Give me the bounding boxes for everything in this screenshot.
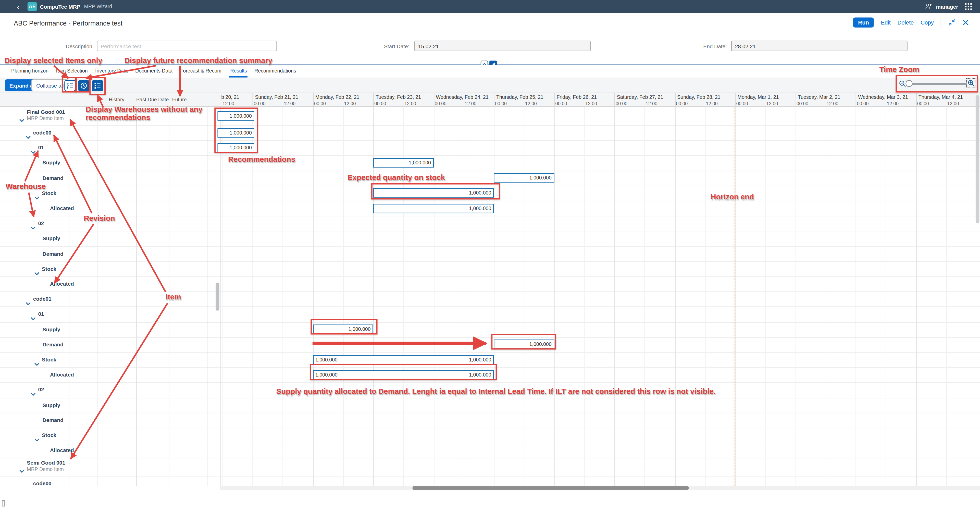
timeline-tick: 12:00 [223, 101, 234, 106]
end-date-input[interactable] [731, 41, 908, 51]
tree-row-supply[interactable]: Supply [0, 397, 207, 413]
tree-row-subtitle: MRP Demo Item [27, 116, 64, 121]
app-name: CompuTec MRP [40, 3, 80, 10]
timeline-tick: 12:00 [404, 101, 416, 106]
timeline-day-label: Saturday, Feb 27, 21 [617, 94, 663, 100]
chevron-down-icon[interactable] [25, 482, 30, 486]
page-corner-mark [2, 500, 5, 506]
timeline-tick: 12:00 [525, 101, 537, 106]
back-icon[interactable]: ‹ [17, 3, 19, 10]
tree-row-demand[interactable]: Demand [0, 413, 207, 428]
app-launcher-icon[interactable] [965, 3, 972, 10]
tree-row-allocated[interactable]: Allocated [0, 201, 207, 216]
start-date-input[interactable] [414, 41, 591, 51]
anno-revision: Revision [84, 214, 115, 223]
collapse-window-icon[interactable] [948, 19, 956, 26]
tree-row-semi-good-001[interactable]: Semi Good 001MRP Demo Item [0, 458, 207, 476]
tree-scrollbar-thumb[interactable] [216, 282, 220, 311]
annotation-highlight-box [62, 77, 76, 93]
timeline-day-label: Tuesday, Mar 2, 21 [798, 94, 840, 100]
timeline-tick: 00:00 [857, 101, 869, 106]
timeline-day-label: Sunday, Feb 21, 21 [255, 94, 298, 100]
timeline-tick: 12:00 [646, 101, 657, 106]
tree-row-supply[interactable]: Supply [0, 322, 207, 337]
tree-row-allocated[interactable]: Allocated [0, 367, 207, 382]
tab-forecast-recom-[interactable]: Forecast & Recom. [179, 65, 223, 78]
anno-display-warehouses: Display Warehouses without any recommend… [86, 106, 208, 122]
tree-row-01[interactable]: 01 [0, 306, 207, 322]
tree-row-stock[interactable]: Stock [0, 352, 207, 367]
timeline-day-label: Wednesday, Mar 3, 21 [858, 94, 908, 100]
timeline-day-label: Thursday, Mar 4, 21 [918, 94, 963, 100]
delete-button[interactable]: Delete [897, 19, 914, 26]
annotation-highlight-box [896, 75, 978, 93]
close-icon[interactable] [963, 19, 969, 26]
tab-strip: Planning horizonItem SelectionInventory … [0, 65, 980, 78]
tree-row-demand[interactable]: Demand [0, 246, 207, 261]
tree-row-allocated[interactable]: Allocated [0, 276, 207, 292]
bar-value: 1,000.000 [530, 175, 552, 181]
description-input[interactable] [97, 41, 277, 51]
tree-row-code00[interactable]: code00 [0, 476, 207, 486]
anno-recommendations: Recommendations [228, 155, 295, 164]
tree-row-stock[interactable]: Stock [0, 428, 207, 443]
anno-display-future-summary: Display future recommendation summary [124, 56, 272, 65]
timeline-tick: 12:00 [887, 101, 899, 106]
tree-row-demand[interactable]: Demand [0, 337, 207, 352]
vertical-scrollbar-thumb[interactable] [976, 95, 980, 223]
user-icon [924, 3, 932, 10]
anno-expected-qty: Expected quantity on stock [347, 173, 445, 182]
app-subtitle: MRP Wizard [84, 4, 112, 10]
annotation-highlight-box [371, 183, 500, 199]
tab-recommendations[interactable]: Recommendations [254, 65, 297, 78]
run-button[interactable]: Run [853, 18, 874, 27]
results-grid: Final Good 001MRP Demo Itemcode0001Suppl… [0, 107, 980, 486]
tab-planning-horizon[interactable]: Planning horizon [11, 65, 49, 78]
tab-inventory-data[interactable]: Inventory Data [95, 65, 128, 78]
bar-value-left: 1,000.000 [315, 357, 337, 362]
timeline-tick: 00:00 [797, 101, 808, 106]
tree-row-subtitle: MRP Demo Item [27, 467, 64, 472]
gantt-bar[interactable]: 1,000.000 [373, 158, 433, 168]
tree-row-02[interactable]: 02 [0, 382, 207, 397]
timeline-tick: 00:00 [737, 101, 748, 106]
chevron-down-icon[interactable] [19, 465, 24, 476]
copy-button[interactable]: Copy [921, 19, 934, 26]
shell-bar: ‹ AE CompuTec MRP MRP Wizard manager [0, 0, 980, 13]
gantt-bar[interactable]: 1,000.000 [494, 173, 554, 183]
timeline-day-label: Tuesday, Feb 23, 21 [375, 94, 421, 100]
horizontal-scrollbar-thumb[interactable] [412, 486, 689, 490]
start-date-label: Start Date: [336, 43, 409, 49]
gantt-bar[interactable]: 1,000.0001,000.000 [313, 355, 494, 364]
actions-divider [941, 18, 941, 27]
tree-row-stock[interactable]: Stock [0, 261, 207, 276]
chevron-down-icon[interactable] [19, 114, 24, 125]
tree-row-01[interactable]: 01 [0, 140, 207, 155]
tree-row-code00[interactable]: code00 [0, 125, 207, 140]
mrp-wizard-window: ‹ AE CompuTec MRP MRP Wizard manager ABC… [0, 0, 980, 509]
annotation-highlight-box [310, 319, 377, 334]
tab-item-selection[interactable]: Item Selection [56, 65, 88, 78]
user-name[interactable]: manager [936, 3, 958, 10]
tree-row-supply[interactable]: Supply [0, 155, 207, 170]
gantt-bar[interactable]: 1,000.000 [373, 204, 494, 213]
horizon-end-line [734, 107, 734, 486]
tree-row-supply[interactable]: Supply [0, 231, 207, 246]
tab-documents-data[interactable]: Documents Data [135, 65, 173, 78]
tab-results[interactable]: Results [230, 65, 248, 78]
timeline-tick: 00:00 [374, 101, 386, 106]
anno-horizon-end: Horizon end [711, 193, 754, 201]
timeline-day-label: b 20, 21 [221, 94, 239, 100]
anno-item: Item [165, 292, 181, 301]
timeline-day-label: Monday, Mar 1, 21 [738, 94, 779, 100]
timeline-tick: 12:00 [947, 101, 959, 106]
edit-button[interactable]: Edit [881, 19, 891, 26]
tree-row-allocated[interactable]: Allocated [0, 443, 207, 458]
timeline-tick: 00:00 [314, 101, 326, 106]
bar-value: 1,000.000 [409, 160, 431, 166]
annotation-highlight-box [89, 77, 106, 95]
column-header-future: Future [170, 97, 189, 103]
timeline-tick: 12:00 [706, 101, 718, 106]
timeline-tick: 00:00 [555, 101, 567, 106]
anno-warehouse: Warehouse [6, 182, 46, 191]
